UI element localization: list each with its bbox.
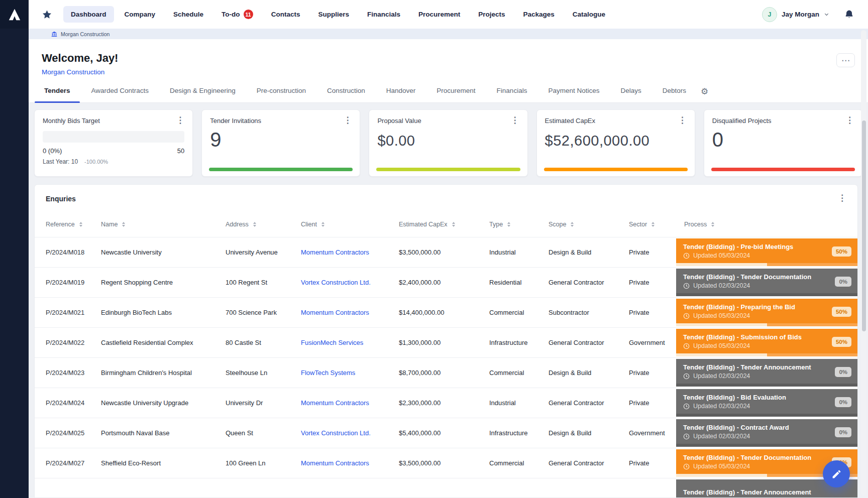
todo-count-badge: 11 bbox=[244, 10, 253, 19]
kpi-kebab-menu-icon[interactable]: ⋮ bbox=[845, 117, 854, 124]
process-status-card[interactable]: Tender (Bidding) - Bid EvaluationUpdated… bbox=[676, 389, 857, 417]
page-more-button[interactable]: ⋯ bbox=[836, 53, 855, 67]
nav-item-catalogue[interactable]: Catalogue bbox=[565, 6, 613, 23]
nav-item-to-do[interactable]: To-do11 bbox=[214, 5, 261, 24]
kpi-kebab-menu-icon[interactable]: ⋮ bbox=[343, 117, 352, 124]
cell-type: Residential bbox=[489, 268, 549, 297]
table-row[interactable]: P/2024/M022Castlefield Residential Compl… bbox=[35, 327, 857, 357]
tabs-settings-gear-icon[interactable]: ⚙ bbox=[697, 87, 710, 102]
cell-client: FusionMech Services bbox=[301, 328, 399, 357]
table-row[interactable]: P/2024/M019Regent Shopping Centre100 Reg… bbox=[35, 267, 857, 297]
client-link[interactable]: Momentum Contractors bbox=[301, 459, 369, 467]
process-status-card[interactable]: Tender (Bidding) - Tender DocumentationU… bbox=[676, 269, 857, 296]
kpi-kebab-menu-icon[interactable]: ⋮ bbox=[176, 117, 184, 124]
breadcrumb[interactable]: Morgan Construction bbox=[29, 29, 868, 39]
favorites-star-icon[interactable] bbox=[42, 10, 52, 20]
table-row[interactable]: P/2024/M018Newcastle UniversityUniversit… bbox=[35, 237, 857, 267]
nav-item-label: Company bbox=[125, 11, 156, 18]
nav-item-procurement[interactable]: Procurement bbox=[411, 6, 468, 23]
sort-arrows-icon[interactable] bbox=[122, 222, 125, 227]
client-link[interactable]: Vortex Construction Ltd. bbox=[301, 279, 371, 286]
sort-arrows-icon[interactable] bbox=[79, 222, 82, 227]
sort-arrows-icon[interactable] bbox=[652, 222, 655, 227]
sort-arrows-icon[interactable] bbox=[507, 222, 510, 227]
table-row[interactable]: P/2024/M023Birmingham Children's Hospita… bbox=[35, 357, 857, 388]
nav-item-packages[interactable]: Packages bbox=[516, 6, 562, 23]
cell-name: Regent Shopping Centre bbox=[101, 268, 226, 297]
user-menu[interactable]: J Jay Morgan bbox=[762, 7, 829, 22]
table-row[interactable]: P/2024/M024Newcastle University UpgradeU… bbox=[35, 388, 857, 418]
cell-scope: General Contractor bbox=[549, 388, 629, 418]
app-logo[interactable] bbox=[0, 0, 29, 29]
process-status-card[interactable]: Tender (Bidding) - Contract AwardUpdated… bbox=[676, 419, 857, 447]
kpi-card-row: Monthly Bids Target⋮0 (0%)50Last Year: 1… bbox=[34, 109, 862, 177]
process-updated: Updated 02/03/2024 bbox=[683, 403, 850, 410]
scrollbar-thumb[interactable] bbox=[862, 120, 866, 331]
cell-estimated-capex bbox=[399, 478, 489, 498]
sort-arrows-icon[interactable] bbox=[711, 222, 714, 227]
client-link[interactable]: Vortex Construction Ltd. bbox=[301, 429, 371, 437]
process-status-card[interactable]: Tender (Bidding) - Pre-bid MeetingsUpdat… bbox=[676, 238, 857, 266]
tab-tenders[interactable]: Tenders bbox=[34, 87, 81, 102]
sort-arrows-icon[interactable] bbox=[571, 222, 574, 227]
nav-item-schedule[interactable]: Schedule bbox=[166, 6, 211, 23]
nav-item-company[interactable]: Company bbox=[117, 6, 163, 23]
nav-item-projects[interactable]: Projects bbox=[471, 6, 512, 23]
column-header-reference[interactable]: Reference bbox=[35, 221, 101, 228]
nav-item-label: Packages bbox=[523, 11, 555, 18]
kpi-kebab-menu-icon[interactable]: ⋮ bbox=[678, 117, 687, 124]
process-status-card[interactable]: Tender (Bidding) - Preparing the BidUpda… bbox=[676, 299, 857, 326]
tab-payment-notices[interactable]: Payment Notices bbox=[537, 87, 610, 102]
tab-handover[interactable]: Handover bbox=[376, 87, 426, 102]
tab-construction[interactable]: Construction bbox=[316, 87, 376, 102]
column-header-sector[interactable]: Sector bbox=[629, 221, 676, 228]
enquiries-kebab-menu-icon[interactable]: ⋮ bbox=[838, 195, 846, 202]
column-header-process[interactable]: Process bbox=[676, 221, 857, 228]
nav-item-contacts[interactable]: Contacts bbox=[264, 6, 308, 23]
client-link[interactable]: FusionMech Services bbox=[301, 339, 363, 346]
process-status-card[interactable]: Tender (Bidding) - Submission of BidsUpd… bbox=[676, 329, 857, 356]
clock-icon bbox=[683, 253, 690, 259]
cell-reference: P/2024/M024 bbox=[35, 388, 101, 418]
column-header-name[interactable]: Name bbox=[101, 221, 226, 228]
column-header-client[interactable]: Client bbox=[301, 221, 399, 228]
tab-awarded-contracts[interactable]: Awarded Contracts bbox=[81, 87, 160, 102]
column-header-scope[interactable]: Scope bbox=[549, 221, 629, 228]
tab-procurement[interactable]: Procurement bbox=[426, 87, 486, 102]
sort-arrows-icon[interactable] bbox=[452, 222, 455, 227]
cell-reference: P/2024/M019 bbox=[35, 268, 101, 297]
notifications-bell-icon[interactable] bbox=[844, 9, 854, 20]
client-link[interactable]: FlowTech Systems bbox=[301, 369, 355, 377]
sort-arrows-icon[interactable] bbox=[253, 222, 256, 227]
company-link[interactable]: Morgan Construction bbox=[42, 68, 104, 76]
clock-icon bbox=[683, 313, 690, 319]
kpi-kebab-menu-icon[interactable]: ⋮ bbox=[511, 117, 519, 124]
clock-icon bbox=[683, 463, 690, 470]
client-link[interactable]: Momentum Contractors bbox=[301, 309, 369, 316]
edit-fab-button[interactable] bbox=[823, 460, 850, 487]
client-link[interactable]: Momentum Contractors bbox=[301, 248, 369, 256]
tab-delays[interactable]: Delays bbox=[610, 87, 652, 102]
process-status-card[interactable]: Tender (Bidding) - Tender AnnouncementUp… bbox=[676, 359, 857, 387]
process-progress-strip bbox=[676, 384, 857, 387]
table-row[interactable]: P/2024/M025Portsmouth Naval BaseQueen St… bbox=[35, 418, 857, 448]
table-row[interactable]: Tender (Bidding) - Tender Announcement bbox=[35, 478, 857, 498]
nav-item-financials[interactable]: Financials bbox=[360, 6, 408, 23]
client-link[interactable]: Momentum Contractors bbox=[301, 399, 369, 407]
nav-item-dashboard[interactable]: Dashboard bbox=[63, 6, 114, 23]
column-header-estimated-capex[interactable]: Estimated CapEx bbox=[399, 221, 489, 228]
tab-financials[interactable]: Financials bbox=[486, 87, 538, 102]
kpi-accent-bar bbox=[544, 168, 688, 171]
tab-design-engineering[interactable]: Design & Engineering bbox=[159, 87, 246, 102]
column-header-address[interactable]: Address bbox=[226, 221, 301, 228]
kpi-card-title: Monthly Bids Target bbox=[43, 117, 100, 125]
column-header-type[interactable]: Type bbox=[489, 221, 549, 228]
tab-debtors[interactable]: Debtors bbox=[652, 87, 697, 102]
nav-item-suppliers[interactable]: Suppliers bbox=[310, 6, 357, 23]
sort-arrows-icon[interactable] bbox=[321, 222, 324, 227]
page-scrollbar[interactable] bbox=[861, 30, 866, 496]
tab-pre-construction[interactable]: Pre-construction bbox=[246, 87, 316, 102]
cell-address: 80 Castle St bbox=[226, 328, 301, 357]
table-row[interactable]: P/2024/M021Edinburgh BioTech Labs700 Sci… bbox=[35, 297, 857, 327]
table-row[interactable]: P/2024/M027Sheffield Eco-Resort100 Green… bbox=[35, 448, 857, 478]
